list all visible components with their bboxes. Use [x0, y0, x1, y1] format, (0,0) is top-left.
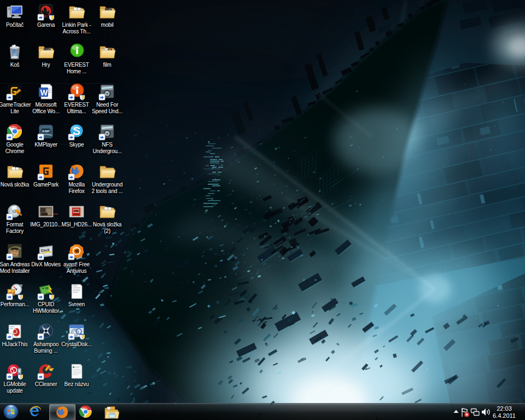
- svg-text:KMP: KMP: [42, 130, 49, 133]
